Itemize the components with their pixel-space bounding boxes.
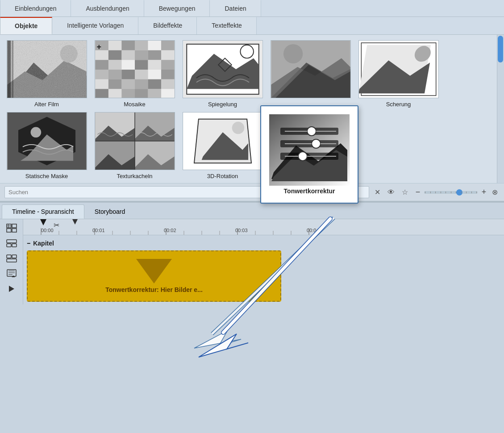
svg-rect-7	[12, 41, 13, 98]
scrollbar-thumb	[498, 36, 503, 62]
svg-rect-6	[7, 41, 11, 98]
svg-rect-36	[135, 79, 148, 89]
tab-bildeffekte[interactable]: Bildeffekte	[138, 17, 197, 34]
zoom-slider-area: −	[413, 187, 500, 197]
svg-rect-32	[161, 70, 175, 79]
timeline-body: ✂ 00:00 00:01 00:02 00:03 00:04	[0, 219, 504, 304]
effect-label-texturkacheln: Texturkacheln	[117, 173, 152, 179]
tab-row-2: Objekte Intelligente Vorlagen Bildeffekt…	[0, 17, 504, 35]
svg-rect-34	[108, 79, 121, 89]
chapter-minus-icon[interactable]: −	[27, 240, 30, 247]
svg-rect-105	[12, 244, 17, 247]
tab-row-1: Einblendungen Ausblendungen Bewegungen D…	[0, 0, 504, 17]
svg-rect-38	[161, 79, 175, 89]
svg-rect-106	[7, 255, 11, 258]
track-clip[interactable]: Tonwertkorrektur: Hier Bilder e...	[27, 250, 281, 302]
timeline-playhead[interactable]	[40, 219, 46, 225]
svg-rect-24	[135, 60, 148, 70]
svg-rect-39	[95, 89, 108, 98]
tab-bewegungen[interactable]: Bewegungen	[144, 0, 210, 17]
svg-rect-17	[121, 50, 135, 60]
svg-rect-20	[161, 50, 175, 60]
svg-rect-31	[148, 70, 161, 79]
playhead-triangle	[40, 219, 46, 225]
effect-thumb-3d-rotation	[183, 112, 263, 170]
effect-thumb-schatten	[271, 40, 351, 98]
effect-thumb-scherung	[358, 40, 439, 98]
svg-rect-33	[95, 79, 108, 89]
svg-point-90	[312, 139, 321, 148]
svg-point-94	[298, 152, 307, 161]
svg-point-79	[232, 122, 244, 134]
timeline-tracks: − Kapitel Tonwertkorrektur: Hier Bilder …	[23, 235, 504, 304]
timeline-tab-bar: Timeline - Spuransicht Storyboard	[0, 203, 504, 219]
svg-rect-44	[161, 89, 175, 98]
timeline-tool-group[interactable]	[4, 237, 20, 250]
star-icon[interactable]: ☆	[400, 187, 410, 197]
effect-empty-5	[357, 112, 440, 179]
tab-storyboard[interactable]: Storyboard	[84, 204, 135, 219]
svg-rect-107	[12, 255, 17, 258]
effect-item-spiegelung[interactable]: Spiegelung	[181, 40, 264, 108]
effect-item-alter-film[interactable]: Alter Film	[5, 40, 88, 108]
effect-item-3d-rotation[interactable]: 3D-Rotation	[181, 112, 264, 179]
tab-timeline-spuransicht[interactable]: Timeline - Spuransicht	[2, 204, 84, 219]
svg-marker-114	[9, 286, 14, 292]
effects-panel: Einblendungen Ausblendungen Bewegungen D…	[0, 0, 504, 202]
svg-rect-108	[7, 259, 17, 262]
tab-intelligente-vorlagen[interactable]: Intelligente Vorlagen	[52, 17, 138, 34]
svg-rect-18	[135, 50, 148, 60]
effect-label-scherung: Scherung	[386, 101, 411, 108]
svg-rect-30	[135, 70, 148, 79]
svg-rect-27	[95, 70, 108, 79]
timeline-tool-split[interactable]	[4, 252, 20, 265]
effect-item-tonwertkorrektur[interactable]: Tonwertkorrektur	[269, 112, 352, 179]
timeline-tool-play[interactable]	[4, 283, 20, 295]
timeline-tool-grid[interactable]	[4, 222, 20, 234]
svg-point-54	[283, 44, 302, 63]
effect-thumb-alter-film	[7, 40, 87, 98]
tonwert-popup-label: Tonwertkorrektur	[284, 187, 335, 195]
svg-rect-22	[108, 60, 121, 70]
clip-arrow-down	[136, 259, 172, 283]
tab-einblendungen[interactable]: Einblendungen	[0, 0, 71, 17]
zoom-fit-icon[interactable]: ⊗	[490, 187, 500, 197]
tab-dateien[interactable]: Dateien	[210, 0, 261, 17]
eye-icon[interactable]: 👁	[386, 187, 396, 197]
effects-grid: Alter Film +	[0, 35, 504, 183]
effect-item-scherung[interactable]: Scherung	[357, 40, 440, 108]
effect-item-texturkacheln[interactable]: Texturkacheln	[93, 112, 176, 179]
svg-rect-12	[135, 41, 148, 50]
search-bar: ✕ 👁 ☆ −	[0, 183, 504, 201]
zoom-plus-icon[interactable]: +	[479, 187, 488, 197]
svg-rect-40	[108, 89, 121, 98]
svg-rect-98	[12, 224, 17, 228]
effect-thumb-texturkacheln	[95, 112, 175, 170]
tab-objekte[interactable]: Objekte	[0, 17, 52, 34]
svg-point-86	[307, 127, 316, 136]
svg-rect-28	[108, 70, 121, 79]
tab-texteffekte[interactable]: Texteffekte	[197, 17, 256, 34]
svg-marker-137	[199, 334, 248, 357]
svg-rect-100	[12, 229, 17, 232]
effect-item-statische-maske[interactable]: Statische Maske	[5, 112, 88, 179]
effect-item-schatten[interactable]: Schatten-Effekt	[269, 40, 352, 108]
tonwert-popup: Tonwertkorrektur	[260, 105, 358, 204]
scrollbar-track[interactable]	[497, 35, 504, 183]
tab-ausblendungen[interactable]: Ausblendungen	[71, 0, 144, 17]
timeline-tool-marker[interactable]	[4, 267, 20, 280]
svg-marker-138	[199, 334, 248, 357]
timeline-ruler: ✂ 00:00 00:01 00:02 00:03 00:04	[23, 219, 504, 235]
effect-label-mosaike: Mosaike	[124, 101, 145, 108]
effect-item-mosaike[interactable]: +	[93, 40, 176, 108]
timeline-panel: Timeline - Spuransicht Storyboard	[0, 202, 504, 304]
track-clip-row: Tonwertkorrektur: Hier Bilder e...	[23, 250, 504, 303]
svg-rect-13	[148, 41, 161, 50]
close-icon[interactable]: ✕	[373, 187, 382, 197]
chapter-label: Kapitel	[33, 240, 54, 247]
zoom-minus-icon[interactable]: −	[413, 187, 422, 197]
svg-rect-21	[95, 60, 108, 70]
slider-track[interactable]	[424, 191, 478, 194]
plus-indicator: +	[97, 42, 102, 52]
svg-rect-10	[108, 41, 121, 50]
